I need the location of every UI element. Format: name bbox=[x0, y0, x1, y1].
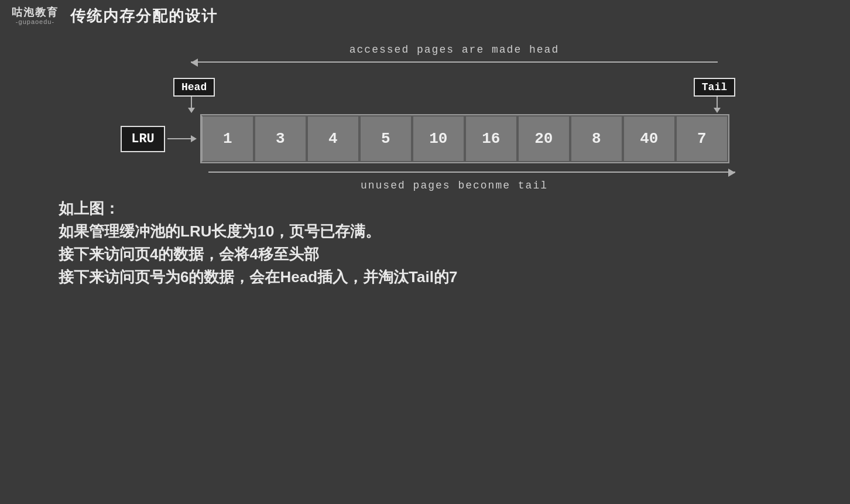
lru-arrow bbox=[167, 138, 196, 139]
desc-line-1: 如上图： bbox=[59, 197, 791, 220]
desc-line-4: 接下来访问页号为6的数据，会在Head插入，并淘汰Tail的7 bbox=[59, 266, 791, 289]
header: 咕泡教育 -gupaoedu- 传统内存分配的设计 bbox=[0, 0, 850, 32]
cell-3: 5 bbox=[359, 115, 412, 162]
page-title: 传统内存分配的设计 bbox=[70, 6, 218, 26]
head-label: Head bbox=[173, 78, 215, 97]
description: 如上图： 如果管理缓冲池的LRU长度为10，页号已存满。 接下来访问页4的数据，… bbox=[35, 191, 815, 289]
head-down-arrow bbox=[191, 97, 192, 108]
cell-2: 4 bbox=[307, 115, 359, 162]
bottom-arrow-text: unused pages beconme tail bbox=[361, 180, 548, 191]
tail-label: Tail bbox=[694, 78, 735, 97]
cells-row: LRU 1 3 4 5 10 16 20 8 40 7 bbox=[35, 114, 815, 163]
head-tail-labels: Head Tail bbox=[173, 67, 735, 97]
logo-bottom: -gupaoedu- bbox=[16, 18, 54, 25]
logo-top: 咕泡教育 bbox=[12, 7, 59, 19]
diagram: accessed pages are made head Head Tail bbox=[35, 44, 815, 191]
logo: 咕泡教育 -gupaoedu- bbox=[12, 7, 59, 26]
cells-container: 1 3 4 5 10 16 20 8 40 7 bbox=[200, 114, 729, 163]
cell-9: 7 bbox=[676, 115, 728, 162]
lru-label: LRU bbox=[121, 126, 165, 152]
cell-7: 8 bbox=[570, 115, 623, 162]
cell-8: 40 bbox=[623, 115, 676, 162]
cell-1: 3 bbox=[254, 115, 307, 162]
lru-section: LRU bbox=[121, 126, 198, 152]
cell-5: 16 bbox=[465, 115, 517, 162]
bottom-arrow-section: unused pages beconme tail bbox=[173, 168, 735, 191]
cell-6: 20 bbox=[517, 115, 570, 162]
tail-down-arrow bbox=[717, 97, 718, 108]
desc-line-3: 接下来访问页4的数据，会将4移至头部 bbox=[59, 243, 791, 266]
cell-4: 10 bbox=[412, 115, 465, 162]
cell-0: 1 bbox=[201, 115, 254, 162]
bottom-arrow-line bbox=[208, 168, 735, 176]
desc-line-2: 如果管理缓冲池的LRU长度为10，页号已存满。 bbox=[59, 220, 791, 243]
top-arrow-line bbox=[191, 58, 718, 66]
top-arrow-text: accessed pages are made head bbox=[349, 44, 559, 56]
top-arrow-section: accessed pages are made head bbox=[173, 44, 735, 66]
down-arrows bbox=[173, 97, 735, 114]
main-content: accessed pages are made head Head Tail bbox=[0, 32, 850, 300]
